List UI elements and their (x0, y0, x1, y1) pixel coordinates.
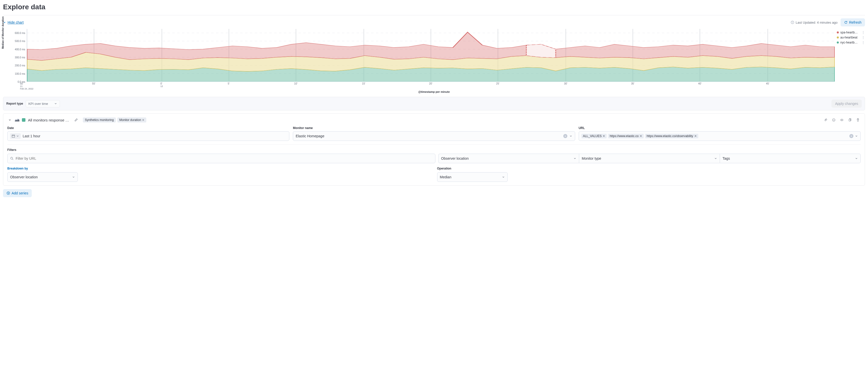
date-label: Date (7, 126, 289, 130)
series-tags: Synthetics monitoringMonitor duration✕ (81, 117, 146, 123)
series-header: All monitors response d… Synthetics moni… (7, 117, 861, 123)
last-updated-text: Last Updated: 4 minutes ago (791, 21, 838, 24)
breakdown-value: Observer location (10, 175, 38, 179)
divider (3, 15, 865, 15)
filters-label: Filters (7, 148, 861, 152)
hide-chart-label: Hide chart (7, 21, 24, 24)
page-title: Explore data (3, 3, 865, 11)
edit-series-button[interactable] (73, 117, 79, 123)
report-type-select[interactable]: KPI over time (26, 100, 60, 107)
x-tick: 15' (362, 82, 365, 85)
search-icon (10, 157, 13, 160)
legend-more-button[interactable]: ⋮ (862, 35, 865, 39)
monitor-name-value: Elastic Homepage (296, 134, 561, 138)
remove-tag-button[interactable]: ✕ (142, 118, 144, 122)
series-color-swatch[interactable] (22, 118, 25, 122)
url-chip: ALL_VALUES✕ (582, 134, 607, 138)
y-tick: 100.0 ms (15, 72, 25, 75)
y-axis-ticks: 0.0 ms100.0 ms200.0 ms300.0 ms400.0 ms50… (13, 29, 26, 82)
x-tick: 40' (698, 82, 702, 85)
remove-chip-button[interactable]: ✕ (602, 134, 605, 138)
breakdown-select[interactable]: Observer location (7, 172, 78, 182)
x-tick: 25' (496, 82, 499, 85)
url-label: URL (579, 126, 861, 130)
legend-label: spa-heartb… (840, 31, 860, 34)
add-series-button[interactable]: Add series (3, 189, 32, 197)
filter-tags[interactable]: Tags (720, 154, 861, 163)
chevron-down-icon (502, 176, 505, 178)
svg-point-2 (792, 22, 793, 22)
url-input[interactable]: ALL_VALUES✕https://www.elastic.co✕https:… (579, 131, 861, 141)
plus-circle-icon (6, 192, 10, 195)
date-input[interactable]: Last 1 hour (7, 131, 289, 141)
x-axis-ticks: 50'11Feb 24, 202255'0'125'10'15'20'25'30… (27, 82, 835, 88)
y-tick: 400.0 ms (15, 48, 25, 50)
remove-chip-button[interactable]: ✕ (640, 134, 642, 138)
svg-point-28 (10, 157, 12, 159)
chevron-down-icon (16, 135, 19, 138)
legend-item[interactable]: spa-heartb…⋮ (837, 30, 865, 34)
y-tick: 200.0 ms (15, 64, 25, 67)
filter-observer-location[interactable]: Observer location (438, 154, 579, 163)
filter-search-input[interactable] (7, 154, 435, 163)
filter-search-field[interactable] (16, 157, 433, 161)
legend-dot (837, 36, 839, 38)
paperclip-icon (824, 118, 828, 122)
filter-monitor-type[interactable]: Monitor type (579, 154, 720, 163)
pencil-icon (74, 118, 78, 122)
copy-icon (848, 118, 851, 122)
operation-label: Operation (437, 167, 861, 170)
x-tick: 20' (429, 82, 432, 85)
x-tick: 0'12 (160, 82, 163, 88)
svg-rect-23 (849, 119, 850, 121)
refresh-label: Refresh (849, 21, 862, 24)
compass-icon (832, 118, 836, 122)
remove-chip-button[interactable]: ✕ (694, 134, 697, 138)
legend-more-button[interactable]: ⋮ (862, 40, 865, 44)
legend-more-button[interactable]: ⋮ (862, 30, 865, 34)
apply-changes-button[interactable]: Apply changes (832, 100, 862, 108)
chevron-down-icon (855, 135, 858, 138)
y-tick: 600.0 ms (15, 32, 25, 34)
series-panel: All monitors response d… Synthetics moni… (3, 113, 865, 185)
area-chart-icon (15, 118, 20, 122)
chart-plot[interactable] (27, 29, 835, 82)
refresh-button[interactable]: Refresh (841, 19, 865, 26)
date-prefix[interactable] (10, 133, 21, 139)
legend-item[interactable]: nyc-heartb…⋮ (837, 40, 865, 44)
delete-button[interactable] (855, 117, 861, 123)
legend-dot (837, 41, 839, 43)
chart-legend: spa-heartb…⋮au-heartbeat⋮nyc-heartb…⋮ (837, 30, 865, 45)
explore-button[interactable] (831, 117, 837, 123)
legend-item[interactable]: au-heartbeat⋮ (837, 35, 865, 39)
filter-col2-label: Monitor type (582, 157, 601, 161)
calendar-icon (11, 134, 15, 138)
attach-button[interactable] (823, 117, 829, 123)
chevron-down-icon (855, 157, 858, 160)
clear-monitor-button[interactable]: ✕ (563, 134, 567, 138)
svg-point-22 (842, 120, 842, 120)
monitor-name-input[interactable]: Elastic Homepage ✕ (293, 131, 575, 141)
breakdown-label[interactable]: Breakdown by (7, 167, 431, 170)
operation-select[interactable]: Median (437, 172, 508, 182)
legend-label: nyc-heartb… (840, 41, 860, 44)
copy-button[interactable] (847, 117, 852, 123)
toolbar: Hide chart Last Updated: 4 minutes ago R… (3, 19, 865, 26)
y-tick: 300.0 ms (15, 56, 25, 59)
visibility-button[interactable] (839, 117, 844, 123)
hide-chart-link[interactable]: Hide chart (3, 21, 24, 24)
x-tick: 45' (766, 82, 769, 85)
chevron-down-icon (714, 157, 717, 160)
trash-icon (856, 118, 860, 122)
info-icon (791, 21, 794, 24)
series-tag: Synthetics monitoring (83, 117, 116, 123)
report-type-label: Report type (6, 102, 23, 105)
legend-dot (837, 31, 839, 33)
add-series-label: Add series (11, 191, 28, 195)
collapse-series-button[interactable] (7, 117, 12, 123)
y-tick: 500.0 ms (15, 40, 25, 42)
clear-url-button[interactable]: ✕ (849, 134, 854, 138)
x-axis-label: @timestamp per minute (3, 90, 865, 93)
filter-col1-label: Observer location (441, 157, 469, 161)
date-value: Last 1 hour (23, 134, 40, 138)
